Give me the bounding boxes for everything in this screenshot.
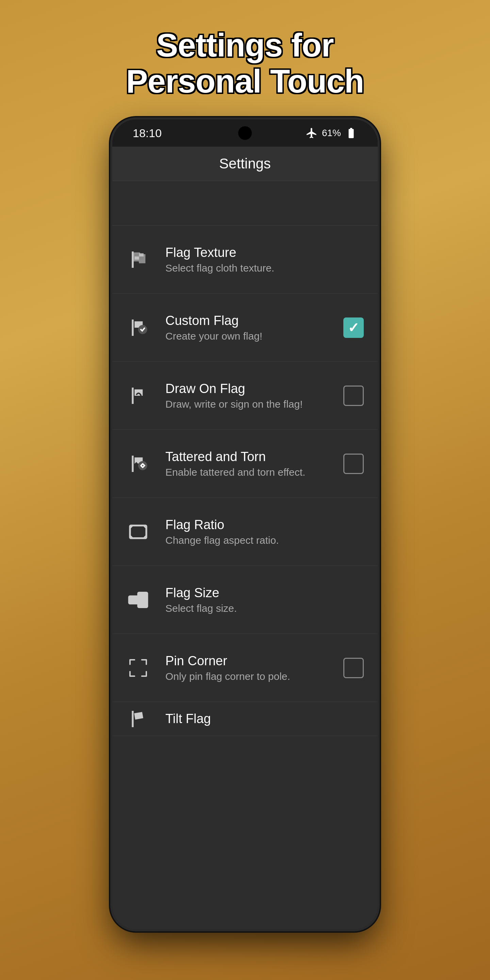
flag-ratio-title: Flag Ratio <box>165 517 366 533</box>
flag-ratio-subtitle: Change flag aspect ratio. <box>165 535 366 546</box>
settings-item-flag-texture[interactable]: Flag Texture Select flag cloth texture. <box>112 226 378 294</box>
flag-ratio-icon <box>124 518 152 546</box>
draw-flag-subtitle: Draw, write or sign on the flag! <box>165 398 342 410</box>
pin-corner-text: Pin Corner Only pin flag corner to pole. <box>165 653 342 682</box>
pin-corner-icon <box>124 654 152 682</box>
status-icons: 61% <box>305 127 357 139</box>
headline-line1: Settings for <box>156 27 334 63</box>
flag-texture-text: Flag Texture Select flag cloth texture. <box>165 245 366 274</box>
tattered-subtitle: Enable tattered and torn effect. <box>165 466 342 478</box>
tilt-flag-title: Tilt Flag <box>165 711 366 727</box>
battery-icon <box>345 127 357 139</box>
draw-flag-control[interactable] <box>342 384 366 408</box>
status-bar: 18:10 61% <box>112 119 378 147</box>
draw-flag-icon <box>124 382 152 409</box>
settings-item-flag-ratio[interactable]: Flag Ratio Change flag aspect ratio. <box>112 498 378 566</box>
battery-percentage: 61% <box>322 127 341 138</box>
flag-size-icon <box>124 586 152 614</box>
settings-item-tattered[interactable]: Tattered and Torn Enable tattered and to… <box>112 430 378 498</box>
app-bar-title: Settings <box>219 156 271 172</box>
custom-flag-title: Custom Flag <box>165 313 342 329</box>
custom-flag-icon <box>124 314 152 341</box>
svg-rect-4 <box>130 525 146 538</box>
empty-section <box>112 181 378 225</box>
pin-corner-checkbox[interactable] <box>343 658 364 678</box>
settings-item-tilt-flag[interactable]: Tilt Flag <box>112 702 378 736</box>
flag-size-subtitle: Select flag size. <box>165 603 366 614</box>
pin-corner-control[interactable] <box>342 656 366 680</box>
draw-flag-text: Draw On Flag Draw, write or sign on the … <box>165 381 342 410</box>
app-bar: Settings <box>112 147 378 181</box>
tattered-title: Tattered and Torn <box>165 449 342 465</box>
tilt-flag-text: Tilt Flag <box>165 711 366 727</box>
flag-ratio-text: Flag Ratio Change flag aspect ratio. <box>165 517 366 546</box>
airplane-mode-icon <box>305 127 318 139</box>
headline-line2: Personal Touch <box>126 63 364 99</box>
flag-size-text: Flag Size Select flag size. <box>165 585 366 614</box>
flag-texture-title: Flag Texture <box>165 245 366 261</box>
phone-device: 18:10 61% Settings <box>112 119 378 929</box>
custom-flag-text: Custom Flag Create your own flag! <box>165 313 342 342</box>
settings-item-custom-flag[interactable]: Custom Flag Create your own flag! <box>112 294 378 362</box>
custom-flag-checkbox[interactable] <box>343 318 364 338</box>
status-time: 18:10 <box>133 127 162 140</box>
pin-corner-title: Pin Corner <box>165 653 342 669</box>
svg-rect-1 <box>139 256 143 259</box>
draw-flag-checkbox[interactable] <box>343 385 364 406</box>
svg-rect-5 <box>129 596 138 603</box>
flag-texture-icon <box>124 246 152 273</box>
tattered-flag-icon <box>124 450 152 477</box>
svg-rect-0 <box>134 253 139 256</box>
draw-flag-title: Draw On Flag <box>165 381 342 397</box>
page-wrapper: Settings for Personal Touch 18:10 61% <box>0 0 490 980</box>
headline: Settings for Personal Touch <box>99 27 391 99</box>
tattered-control[interactable] <box>342 452 366 476</box>
svg-point-3 <box>138 461 147 470</box>
tilt-flag-icon <box>124 705 152 733</box>
tattered-checkbox[interactable] <box>343 453 364 474</box>
svg-rect-6 <box>138 592 147 607</box>
camera-notch <box>238 126 252 140</box>
tattered-text: Tattered and Torn Enable tattered and to… <box>165 449 342 479</box>
custom-flag-control[interactable] <box>342 316 366 340</box>
custom-flag-subtitle: Create your own flag! <box>165 331 342 342</box>
pin-corner-subtitle: Only pin flag corner to pole. <box>165 671 342 682</box>
settings-item-draw-on-flag[interactable]: Draw On Flag Draw, write or sign on the … <box>112 362 378 430</box>
settings-item-flag-size[interactable]: Flag Size Select flag size. <box>112 566 378 634</box>
flag-size-title: Flag Size <box>165 585 366 601</box>
settings-item-pin-corner[interactable]: Pin Corner Only pin flag corner to pole. <box>112 634 378 702</box>
phone-screen: 18:10 61% Settings <box>112 119 378 929</box>
settings-list: Flag Texture Select flag cloth texture. <box>112 226 378 929</box>
flag-texture-subtitle: Select flag cloth texture. <box>165 262 366 274</box>
